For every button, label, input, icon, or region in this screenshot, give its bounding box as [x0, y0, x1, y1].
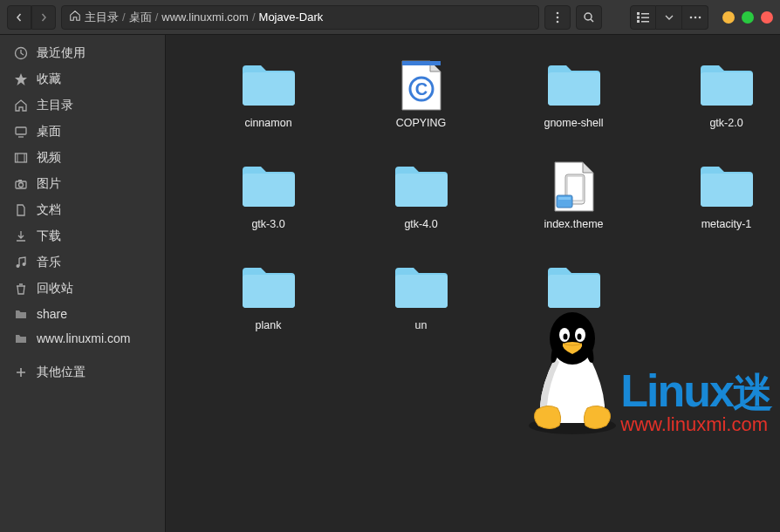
- sidebar-item-7[interactable]: 下载: [0, 223, 165, 249]
- sidebar-item-label: 视频: [37, 150, 61, 166]
- folder-icon: [240, 163, 298, 210]
- grid-item-label: gtk-2.0: [709, 117, 742, 129]
- sidebar-item-8[interactable]: 音乐: [0, 249, 165, 276]
- view-dropdown-button[interactable]: [656, 5, 682, 30]
- download-icon: [14, 229, 28, 243]
- grid-item-plank[interactable]: plank: [192, 255, 345, 338]
- grid-item-label: x: [571, 319, 576, 331]
- grid-item-label: gtk-4.0: [404, 218, 437, 230]
- grid-item-label: gtk-3.0: [251, 218, 284, 230]
- grid-item-gtk-4.0[interactable]: gtk-4.0: [345, 153, 497, 237]
- home-icon: [69, 10, 81, 24]
- folder-icon: [240, 62, 298, 109]
- svg-point-12: [694, 16, 696, 18]
- desktop-icon: [14, 125, 28, 139]
- path-segment-current[interactable]: Mojave-Dark: [259, 10, 324, 24]
- grid-item-index.theme[interactable]: index.theme: [497, 153, 650, 237]
- folder-icon: [393, 264, 450, 311]
- theme-file-icon: [553, 160, 595, 213]
- titlebar: 主目录 / 桌面 / www.linuxmi.com / Mojave-Dark: [0, 0, 780, 35]
- sidebar-item-1[interactable]: 收藏: [0, 66, 165, 92]
- sidebar-item-6[interactable]: 文档: [0, 197, 165, 223]
- path-segment[interactable]: 主目录: [85, 10, 119, 25]
- copying-file-icon: [400, 59, 442, 112]
- sidebar-item-10[interactable]: share: [0, 302, 165, 326]
- svg-rect-22: [18, 180, 22, 181]
- grid-item-label: metacity-1: [701, 218, 752, 230]
- sidebar-item-12[interactable]: 其他位置: [0, 359, 165, 385]
- folder-icon: [14, 331, 28, 345]
- sidebar-item-label: 回收站: [37, 281, 73, 297]
- window-controls: [722, 11, 773, 24]
- doc-icon: [14, 203, 28, 217]
- trash-icon: [14, 282, 28, 296]
- sidebar-item-5[interactable]: 图片: [0, 171, 165, 197]
- grid-item-label: un: [415, 319, 428, 331]
- music-icon: [14, 256, 28, 269]
- svg-point-13: [698, 16, 701, 18]
- plus-icon: [14, 365, 28, 379]
- grid-item-label: COPYING: [396, 117, 447, 129]
- content-area[interactable]: cinnamonCOPYINGgnome-shellgtk-2.0gtk-3.0…: [166, 35, 780, 532]
- grid-item-gtk-2.0[interactable]: gtk-2.0: [650, 52, 780, 136]
- svg-rect-17: [16, 153, 27, 162]
- grid-item-COPYING[interactable]: COPYING: [345, 52, 497, 136]
- svg-rect-5: [637, 12, 640, 15]
- svg-rect-9: [637, 20, 640, 23]
- view-toggle-group: [630, 5, 708, 30]
- grid-item-label: plank: [256, 319, 282, 331]
- path-segment[interactable]: 桌面: [129, 10, 152, 25]
- path-segment[interactable]: www.linuxmi.com: [161, 10, 249, 24]
- sidebar-item-9[interactable]: 回收站: [0, 276, 165, 302]
- folder-icon: [545, 62, 603, 109]
- path-separator: /: [252, 10, 256, 24]
- star-icon: [14, 72, 28, 86]
- svg-rect-8: [641, 17, 649, 18]
- more-button[interactable]: [682, 5, 708, 30]
- svg-point-2: [557, 20, 559, 23]
- sidebar-item-label: share: [37, 307, 67, 321]
- sidebar-item-label: 主目录: [37, 98, 73, 113]
- sidebar-item-label: www.linuxmi.com: [37, 331, 130, 345]
- svg-line-4: [591, 19, 593, 22]
- clock-icon: [14, 46, 28, 60]
- path-bar[interactable]: 主目录 / 桌面 / www.linuxmi.com / Mojave-Dark: [61, 5, 539, 30]
- watermark-title-en: Linux: [620, 365, 733, 417]
- search-button[interactable]: [576, 5, 602, 30]
- sidebar-item-label: 图片: [37, 176, 61, 192]
- sidebar-item-label: 桌面: [37, 124, 61, 140]
- path-separator: /: [155, 10, 159, 24]
- folder-icon: [545, 264, 603, 311]
- watermark-url: www.linuxmi.com: [620, 413, 771, 436]
- sidebar-item-4[interactable]: 视频: [0, 145, 165, 171]
- grid-item-un[interactable]: un: [345, 255, 497, 338]
- icon-grid: cinnamonCOPYINGgnome-shellgtk-2.0gtk-3.0…: [192, 52, 754, 338]
- grid-item-metacity-1[interactable]: metacity-1: [650, 153, 780, 237]
- folder-icon: [393, 163, 450, 210]
- sidebar-item-11[interactable]: www.linuxmi.com: [0, 326, 165, 351]
- close-button[interactable]: [761, 11, 773, 24]
- sidebar-item-2[interactable]: 主目录: [0, 92, 165, 119]
- menu-button[interactable]: [544, 5, 571, 30]
- sidebar: 最近使用收藏主目录桌面视频图片文档下载音乐回收站sharewww.linuxmi…: [0, 35, 166, 532]
- svg-point-21: [19, 183, 24, 188]
- grid-item-x[interactable]: x: [497, 255, 650, 338]
- watermark-title-cn: 迷: [733, 366, 771, 420]
- grid-item-gnome-shell[interactable]: gnome-shell: [497, 52, 650, 136]
- svg-point-26: [529, 417, 616, 434]
- sidebar-item-label: 其他位置: [37, 365, 86, 380]
- forward-button[interactable]: [31, 5, 56, 30]
- grid-item-cinnamon[interactable]: cinnamon: [192, 52, 345, 136]
- svg-rect-6: [641, 13, 649, 15]
- maximize-button[interactable]: [742, 11, 754, 24]
- path-separator: /: [122, 10, 126, 24]
- grid-item-label: index.theme: [544, 218, 603, 230]
- minimize-button[interactable]: [722, 11, 735, 24]
- grid-item-gtk-3.0[interactable]: gtk-3.0: [192, 153, 345, 237]
- sidebar-item-0[interactable]: 最近使用: [0, 40, 165, 66]
- list-view-button[interactable]: [630, 5, 656, 30]
- svg-point-11: [689, 16, 692, 18]
- svg-point-0: [557, 11, 559, 14]
- back-button[interactable]: [7, 5, 31, 30]
- sidebar-item-3[interactable]: 桌面: [0, 119, 165, 145]
